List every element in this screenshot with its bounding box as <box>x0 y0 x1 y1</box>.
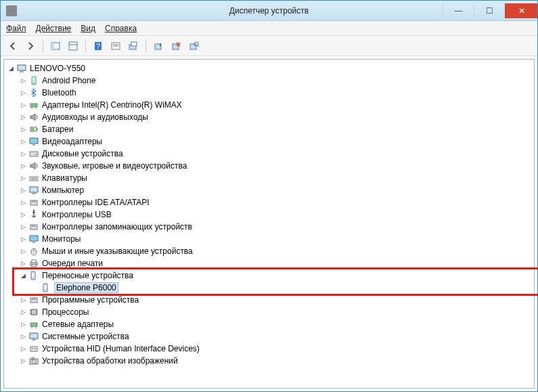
svg-rect-1 <box>51 43 54 49</box>
tree-category-node[interactable]: Bluetooth <box>16 87 534 99</box>
svg-rect-63 <box>30 333 38 339</box>
camera-icon <box>28 355 39 366</box>
svg-point-31 <box>35 154 37 155</box>
svg-point-67 <box>35 348 36 349</box>
svg-rect-2 <box>69 42 77 50</box>
tree-category-node[interactable]: Компьютер <box>16 184 534 196</box>
expand-arrow-icon[interactable] <box>19 320 27 328</box>
expand-arrow-icon[interactable] <box>7 64 15 72</box>
device-tree[interactable]: LENOVO-Y550Android PhoneBluetoothАдаптер… <box>3 59 535 389</box>
tree-category-node[interactable]: Мониторы <box>16 233 534 245</box>
expand-arrow-icon[interactable] <box>19 174 27 182</box>
tree-category-node[interactable]: Системные устройства <box>16 330 534 343</box>
properties-button[interactable] <box>65 38 81 54</box>
tree-category-node[interactable]: Батареи <box>16 123 534 135</box>
expand-arrow-icon[interactable] <box>19 345 27 353</box>
disk-icon <box>28 148 39 159</box>
titlebar[interactable]: Диспетчер устройств — ☐ ✕ <box>1 1 537 21</box>
phone-icon <box>28 75 39 86</box>
tree-category-node[interactable]: Устройства обработки изображений <box>16 355 534 367</box>
back-button[interactable] <box>5 38 21 54</box>
svg-rect-22 <box>30 104 37 107</box>
tree-category-node[interactable]: Сетевые адаптеры <box>16 318 534 330</box>
tree-category-node[interactable]: Программные устройства <box>16 294 534 306</box>
tree-node-label: Компьютер <box>42 186 84 195</box>
tree-node-label: Дисковые устройства <box>42 149 123 158</box>
expand-arrow-icon[interactable] <box>19 198 27 206</box>
tree-category-node[interactable]: Аудиовходы и аудиовыходы <box>16 111 534 123</box>
expand-arrow-icon[interactable] <box>19 296 27 304</box>
expand-arrow-icon[interactable] <box>19 211 27 219</box>
tree-category-node[interactable]: Клавиатуры <box>16 172 534 184</box>
tree-category-node[interactable]: Дисковые устройства <box>16 148 534 160</box>
svg-rect-64 <box>32 339 36 341</box>
tree-category-node[interactable]: Android Phone <box>16 74 534 87</box>
menubar: Файл Действие Вид Справка <box>1 21 537 36</box>
expand-arrow-icon[interactable] <box>19 162 27 170</box>
expand-arrow-icon[interactable] <box>19 77 27 85</box>
tree-node-label: Android Phone <box>42 76 95 85</box>
show-hide-tree-button[interactable] <box>47 38 64 54</box>
tree-category-node[interactable]: Контроллеры USB <box>16 209 534 221</box>
toolbar-separator <box>85 39 86 53</box>
tree-node-label: Сетевые адаптеры <box>42 320 114 329</box>
expand-arrow-icon[interactable] <box>19 332 27 341</box>
expand-arrow-icon[interactable] <box>19 113 27 121</box>
expand-arrow-icon[interactable] <box>19 259 27 267</box>
expand-arrow-icon[interactable] <box>19 89 27 97</box>
svg-rect-26 <box>37 129 38 130</box>
tree-node-label: Системные устройства <box>42 332 129 341</box>
tree-category-node[interactable]: Процессоры <box>16 306 534 318</box>
expand-arrow-icon[interactable] <box>19 150 27 158</box>
menu-view[interactable]: Вид <box>81 24 95 33</box>
svg-rect-52 <box>44 285 47 289</box>
keyboard-icon <box>28 173 39 183</box>
svg-rect-48 <box>32 265 36 267</box>
tree-node-label: Устройства HID (Human Interface Devices) <box>42 344 200 353</box>
tree-category-node[interactable]: Очереди печати <box>16 257 534 269</box>
tree-category-node[interactable]: Адаптеры Intel(R) Centrino(R) WiMAX <box>16 99 534 111</box>
expand-arrow-icon[interactable] <box>19 223 27 231</box>
scan-button[interactable] <box>125 38 141 54</box>
menu-help[interactable]: Справка <box>105 24 137 33</box>
expand-arrow-icon[interactable] <box>19 271 27 280</box>
svg-point-66 <box>32 348 33 349</box>
svg-rect-28 <box>30 138 38 144</box>
menu-file[interactable]: Файл <box>6 24 26 33</box>
tree-category-node[interactable]: Мыши и иные указывающие устройства <box>16 245 534 257</box>
help-button[interactable]: ? <box>90 38 106 54</box>
network-icon <box>28 319 39 330</box>
expand-arrow-icon[interactable] <box>19 247 27 255</box>
toolbar-separator <box>43 39 43 53</box>
tree-category-node[interactable]: Контроллеры IDE ATA/ATAPI <box>16 196 534 209</box>
svg-point-69 <box>32 360 36 364</box>
tree-category-node[interactable]: Видеоадаптеры <box>16 135 534 148</box>
usb-icon <box>28 209 39 220</box>
tree-category-node[interactable]: Переносные устройства <box>16 269 534 282</box>
tree-device-node[interactable]: Elephone P6000 <box>28 282 534 294</box>
svg-rect-53 <box>30 298 37 303</box>
expand-arrow-icon[interactable] <box>19 137 27 146</box>
svg-text:?: ? <box>96 43 100 50</box>
tree-node-label: Устройства обработки изображений <box>42 356 178 366</box>
uninstall-button[interactable] <box>168 38 184 54</box>
tree-category-node[interactable]: Контроллеры запоминающих устройств <box>16 221 534 233</box>
forward-button[interactable] <box>22 38 39 54</box>
scan-hardware-button[interactable] <box>185 38 202 54</box>
display-icon <box>28 136 39 147</box>
expand-arrow-icon[interactable] <box>19 125 27 133</box>
tree-category-node[interactable]: Устройства HID (Human Interface Devices) <box>16 343 534 355</box>
expand-arrow-icon[interactable] <box>19 308 27 316</box>
expand-arrow-icon[interactable] <box>19 235 27 243</box>
tree-category-node[interactable]: Звуковые, игровые и видеоустройства <box>16 160 534 172</box>
tree-node-label: Контроллеры IDE ATA/ATAPI <box>42 198 150 207</box>
action-button[interactable] <box>108 38 124 54</box>
expand-arrow-icon[interactable] <box>19 186 27 194</box>
svg-rect-27 <box>31 128 35 131</box>
tree-root-node[interactable]: LENOVO-Y550 <box>4 62 534 74</box>
update-driver-button[interactable] <box>150 38 166 54</box>
expand-arrow-icon[interactable] <box>19 101 27 109</box>
svg-rect-10 <box>131 42 137 46</box>
menu-action[interactable]: Действие <box>36 24 72 33</box>
expand-arrow-icon[interactable] <box>19 357 27 365</box>
